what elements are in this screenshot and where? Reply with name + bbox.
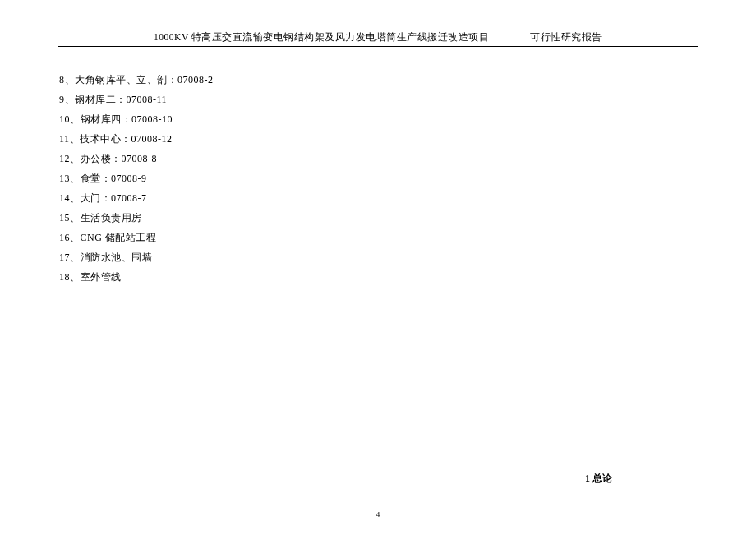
list-item: 12、办公楼：07008-8 (59, 149, 698, 168)
list-item: 14、大门：07008-7 (59, 188, 698, 208)
page-number: 4 (376, 510, 380, 519)
content-area: 8、大角钢库平、立、剖：07008-2 9、钢材库二：07008-11 10、钢… (58, 70, 698, 287)
list-item: 18、室外管线 (59, 267, 698, 287)
list-item: 8、大角钢库平、立、剖：07008-2 (59, 70, 698, 90)
list-item: 9、钢材库二：07008-11 (59, 90, 698, 109)
list-item: 13、食堂：07008-9 (59, 168, 698, 188)
header-subtitle: 可行性研究报告 (530, 31, 602, 44)
list-item: 16、CNG 储配站工程 (59, 228, 698, 247)
list-item: 11、技术中心：07008-12 (59, 129, 698, 149)
section-heading: 1 总论 (585, 472, 612, 486)
document-page: 1000KV 特高压交直流输变电钢结构架及风力发电塔筒生产线搬迁改造项目 可行性… (0, 0, 756, 535)
list-item: 15、生活负责用房 (59, 208, 698, 228)
page-header: 1000KV 特高压交直流输变电钢结构架及风力发电塔筒生产线搬迁改造项目 可行性… (58, 31, 698, 47)
header-title: 1000KV 特高压交直流输变电钢结构架及风力发电塔筒生产线搬迁改造项目 (154, 31, 489, 44)
list-item: 10、钢材库四：07008-10 (59, 109, 698, 129)
list-item: 17、消防水池、围墙 (59, 247, 698, 267)
